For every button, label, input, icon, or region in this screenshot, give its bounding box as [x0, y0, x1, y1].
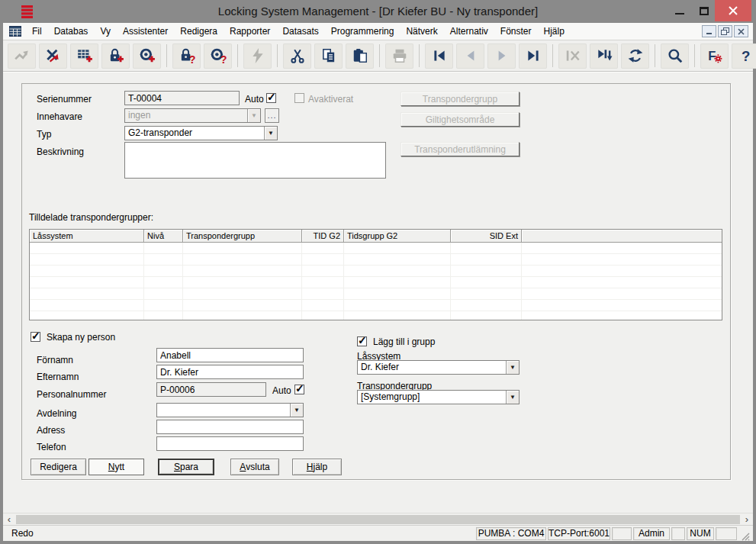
close-button[interactable]	[715, 0, 751, 21]
last-record-button[interactable]	[519, 43, 547, 69]
filter-settings-button[interactable]: F	[700, 43, 729, 69]
minimize-button[interactable]	[668, 0, 691, 21]
new-lock-button[interactable]	[101, 43, 130, 69]
personnel-auto-label: Auto	[272, 385, 291, 396]
menu-fonster[interactable]: Fönster	[494, 24, 538, 38]
next-record-button	[487, 43, 516, 69]
copy-button[interactable]	[314, 43, 343, 69]
mdi-minimize-button[interactable]	[702, 25, 716, 37]
serial-auto-checkbox[interactable]	[266, 93, 276, 103]
help-button[interactable]: ?	[732, 43, 756, 69]
column-header-transponder-group[interactable]: Transpondergrupp	[183, 230, 302, 243]
menu-datasats[interactable]: Datasats	[276, 24, 324, 38]
scroll-left-button[interactable]: ‹	[3, 513, 15, 526]
type-label: Typ	[37, 129, 51, 140]
menu-assistenter[interactable]: Assistenter	[117, 24, 174, 38]
last-name-input[interactable]	[156, 365, 304, 379]
department-combobox[interactable]: ▼	[156, 403, 304, 417]
menu-fil[interactable]: Fil	[26, 24, 48, 38]
refresh-button[interactable]	[621, 43, 649, 69]
personnel-number-label: Personalnummer	[37, 389, 106, 400]
address-input[interactable]	[156, 420, 304, 434]
description-textarea[interactable]	[124, 142, 386, 179]
new-lock-icon	[108, 47, 124, 64]
menu-hjalp[interactable]: Hjälp	[538, 24, 571, 38]
column-header-tid-g2[interactable]: TID G2	[302, 230, 344, 243]
column-header-time-group-g2[interactable]: Tidsgrupp G2	[344, 230, 451, 243]
menu-programmering[interactable]: Programmering	[325, 24, 401, 38]
new-transponder-button[interactable]	[133, 43, 161, 69]
personnel-auto-checkbox[interactable]	[294, 385, 304, 394]
create-person-checkbox[interactable]	[31, 332, 40, 342]
disconnect-icon	[45, 47, 62, 64]
table-header-row: Låssystem Nivå Transpondergrupp TID G2 T…	[30, 230, 722, 243]
locking-system-combobox[interactable]: Dr. Kiefer ▼	[357, 360, 520, 375]
chevron-down-icon: ▼	[247, 109, 260, 122]
menu-vy[interactable]: Vy	[94, 24, 117, 38]
locking-system-value: Dr. Kiefer	[358, 361, 506, 374]
scrollbar-thumb[interactable]	[16, 515, 740, 524]
type-combobox[interactable]: G2-transponder ▼	[124, 126, 278, 140]
status-ready: Redo	[11, 528, 475, 539]
exit-button[interactable]: Avsluta	[230, 459, 279, 475]
first-name-input[interactable]	[156, 348, 304, 362]
menu-natverk[interactable]: Nätverk	[400, 24, 443, 38]
last-record-icon	[525, 47, 542, 64]
new-button[interactable]: Nytt	[88, 459, 144, 475]
apply-record-button[interactable]	[590, 43, 618, 69]
toolbar-separator	[655, 44, 655, 67]
menu-rapporter[interactable]: Rapporter	[224, 24, 276, 38]
help-dialog-button[interactable]: Hjälp	[292, 459, 342, 475]
phone-input[interactable]	[156, 436, 304, 451]
paste-button[interactable]	[346, 43, 374, 69]
svg-text:?: ?	[220, 53, 226, 64]
status-panel-empty	[671, 527, 685, 540]
serial-auto-label: Auto	[245, 94, 264, 105]
jump-icon	[14, 47, 31, 64]
toolbar-separator	[379, 44, 380, 67]
validity-area-button: Giltighetsområde	[401, 112, 520, 127]
cut-button[interactable]	[283, 43, 311, 69]
read-transponder-button[interactable]: ?	[204, 43, 232, 69]
print-button	[385, 43, 413, 69]
menu-databas[interactable]: Databas	[48, 24, 95, 38]
title-bar: Locking System Management - [Dr Kiefer B…	[0, 0, 756, 23]
scroll-right-button[interactable]: ›	[741, 513, 753, 526]
first-record-button[interactable]	[425, 43, 453, 69]
chevron-down-icon: ▼	[506, 361, 519, 374]
edit-button[interactable]: Redigera	[31, 459, 86, 475]
owner-value: ingen	[125, 109, 247, 122]
save-button[interactable]: Spara	[158, 459, 214, 475]
read-lock-button[interactable]: ?	[172, 43, 201, 69]
mdi-close-button[interactable]	[734, 25, 748, 37]
disconnect-button[interactable]	[39, 43, 67, 69]
status-num-lock: NUM	[687, 527, 714, 540]
mdi-restore-button[interactable]	[718, 25, 732, 37]
add-to-group-checkbox[interactable]	[357, 336, 367, 346]
status-com-port: PUMBA : COM4	[476, 527, 546, 540]
assigned-groups-table[interactable]: Låssystem Nivå Transpondergrupp TID G2 T…	[29, 229, 722, 320]
column-header-sid-ext[interactable]: SID Ext	[451, 230, 522, 243]
app-window: Locking System Management - [Dr Kiefer B…	[0, 0, 756, 544]
status-user: Admin	[633, 527, 670, 540]
column-header-level[interactable]: Nivå	[144, 230, 183, 243]
new-locking-system-button[interactable]	[70, 43, 98, 69]
mdi-restore-icon	[721, 27, 729, 36]
svg-text:F: F	[708, 49, 716, 63]
minimize-icon	[675, 13, 684, 14]
document-icon[interactable]	[9, 26, 21, 37]
svg-text:?: ?	[188, 53, 195, 64]
owner-browse-button[interactable]: ...	[265, 108, 279, 123]
maximize-button[interactable]	[693, 0, 716, 21]
transponder-group-combobox[interactable]: [Systemgrupp] ▼	[357, 390, 520, 404]
program-flash-icon	[249, 47, 266, 64]
department-label: Avdelning	[37, 408, 77, 419]
menu-redigera[interactable]: Redigera	[174, 24, 224, 38]
search-button[interactable]	[661, 43, 689, 69]
resize-grip[interactable]	[739, 530, 750, 541]
window-title: Locking System Management - [Dr Kiefer B…	[0, 0, 756, 23]
column-header-locking-system[interactable]: Låssystem	[30, 230, 144, 243]
print-icon	[391, 47, 408, 64]
menu-alternativ[interactable]: Alternativ	[444, 24, 494, 38]
previous-record-icon	[462, 47, 479, 64]
